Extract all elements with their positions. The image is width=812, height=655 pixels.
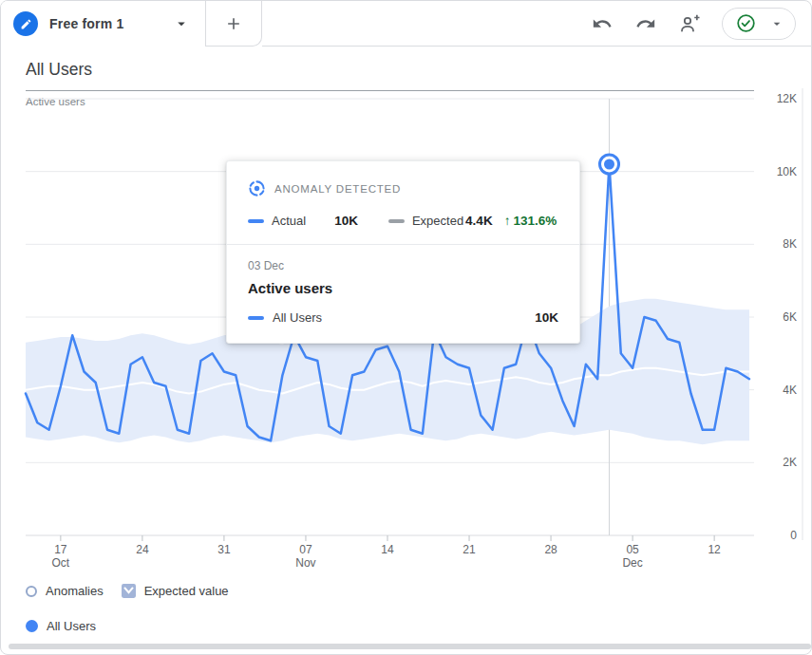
report-title: All Users bbox=[26, 60, 92, 80]
y-axis-label: 12K bbox=[777, 92, 797, 105]
y-axis-label: 6K bbox=[783, 310, 797, 324]
x-axis-label: 21 bbox=[463, 543, 476, 556]
undo-icon bbox=[592, 13, 613, 34]
actual-value: 10K bbox=[334, 214, 358, 228]
share-button[interactable] bbox=[678, 12, 701, 35]
toolbar bbox=[262, 1, 811, 47]
pencil-icon bbox=[20, 18, 32, 30]
chevron-down-icon bbox=[769, 16, 784, 31]
redo-button[interactable] bbox=[634, 12, 657, 35]
undo-button[interactable] bbox=[591, 12, 614, 35]
person-add-icon bbox=[678, 12, 701, 35]
change-arrow: ↑ bbox=[504, 214, 511, 228]
anomaly-detected-label: ANOMALY DETECTED bbox=[274, 183, 401, 195]
change-percent: 131.6% bbox=[513, 214, 557, 228]
legend-row-top: Anomalies Expected value bbox=[26, 584, 229, 598]
x-axis-label: 14 bbox=[381, 543, 394, 556]
anomaly-tooltip: ANOMALY DETECTED Actual 10K Expected 4.4… bbox=[226, 160, 580, 344]
x-axis-month-label: Dec bbox=[622, 556, 642, 570]
expected-value: 4.4K bbox=[465, 214, 493, 228]
x-axis-label: 31 bbox=[217, 543, 231, 556]
x-axis-month-label: Oct bbox=[52, 556, 70, 570]
redo-icon bbox=[635, 13, 656, 34]
plus-icon bbox=[224, 14, 243, 33]
actual-label: Actual bbox=[272, 214, 306, 228]
expected-label: Expected bbox=[412, 214, 463, 228]
anomalies-legend-item[interactable]: Anomalies bbox=[46, 584, 104, 598]
x-axis-label: 12 bbox=[708, 543, 721, 556]
tooltip-date: 03 Dec bbox=[248, 259, 558, 272]
saved-status-button[interactable] bbox=[722, 8, 796, 40]
title-underline bbox=[26, 90, 754, 91]
explorations-canvas: Free form 1 bbox=[0, 0, 812, 655]
actual-series-swatch bbox=[248, 219, 264, 223]
y-axis-label: 10K bbox=[777, 165, 797, 178]
series-swatch bbox=[248, 316, 264, 320]
y-axis-label: 4K bbox=[783, 384, 797, 397]
legend-row-bottom: All Users bbox=[26, 619, 96, 633]
horizontal-scrollbar[interactable] bbox=[9, 644, 811, 649]
chevron-down-icon bbox=[173, 15, 190, 32]
tooltip-series-value: 10K bbox=[535, 310, 558, 325]
expected-series-swatch bbox=[388, 219, 405, 223]
tab-bar: Free form 1 bbox=[1, 1, 811, 47]
edit-pencil-badge bbox=[13, 11, 38, 36]
anomaly-icon bbox=[248, 179, 266, 197]
check-circle-icon bbox=[736, 13, 756, 33]
all-users-legend-icon bbox=[26, 620, 38, 632]
x-axis-month-label: Nov bbox=[295, 556, 315, 570]
x-axis-label: 28 bbox=[544, 543, 557, 556]
expected-value-legend-icon bbox=[122, 584, 136, 598]
tooltip-metric: Active users bbox=[248, 280, 558, 296]
x-axis-label: 07 bbox=[299, 543, 312, 556]
tooltip-series-label: All Users bbox=[273, 310, 322, 325]
y-axis-label: 2K bbox=[783, 456, 797, 469]
all-users-legend-item[interactable]: All Users bbox=[47, 619, 96, 633]
x-axis-label: 17 bbox=[54, 543, 67, 556]
tab-dropdown-caret[interactable] bbox=[173, 15, 190, 32]
x-axis-label: 05 bbox=[626, 543, 639, 556]
y-axis-label: 0 bbox=[790, 529, 797, 542]
tab-free-form-1[interactable]: Free form 1 bbox=[1, 1, 206, 47]
tab-title: Free form 1 bbox=[49, 16, 123, 31]
y-axis-label: 8K bbox=[783, 237, 797, 251]
x-axis-label: 24 bbox=[136, 543, 149, 556]
add-tab-button[interactable] bbox=[206, 1, 262, 47]
anomaly-summary: ANOMALY DETECTED Actual 10K Expected 4.4… bbox=[227, 161, 579, 244]
expected-value-legend-item[interactable]: Expected value bbox=[144, 584, 229, 598]
anomalies-legend-icon bbox=[26, 586, 37, 597]
point-details: 03 Dec Active users All Users 10K bbox=[227, 245, 579, 343]
